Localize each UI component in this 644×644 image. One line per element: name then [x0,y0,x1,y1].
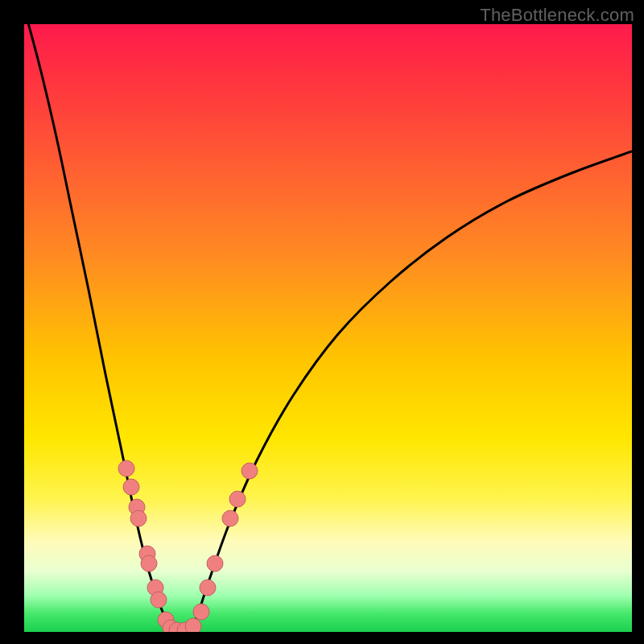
plot-area [24,24,632,632]
marker-dot [222,510,238,526]
marker-dot [207,555,223,572]
marker-dot [200,580,216,596]
chart-svg [24,24,632,632]
marker-dot [130,510,147,526]
marker-dot [118,460,134,477]
marker-dot [193,604,209,620]
curve-right-branch [189,151,632,632]
curve-left-branch [24,24,175,632]
watermark-text: TheBottleneck.com [480,5,634,26]
marker-dot [123,479,139,495]
marker-dot [229,491,246,507]
marker-dot [151,592,167,608]
marker-dot [185,618,201,632]
marker-dot [141,555,157,572]
marker-dots-group [118,460,258,632]
marker-dot [242,463,258,479]
